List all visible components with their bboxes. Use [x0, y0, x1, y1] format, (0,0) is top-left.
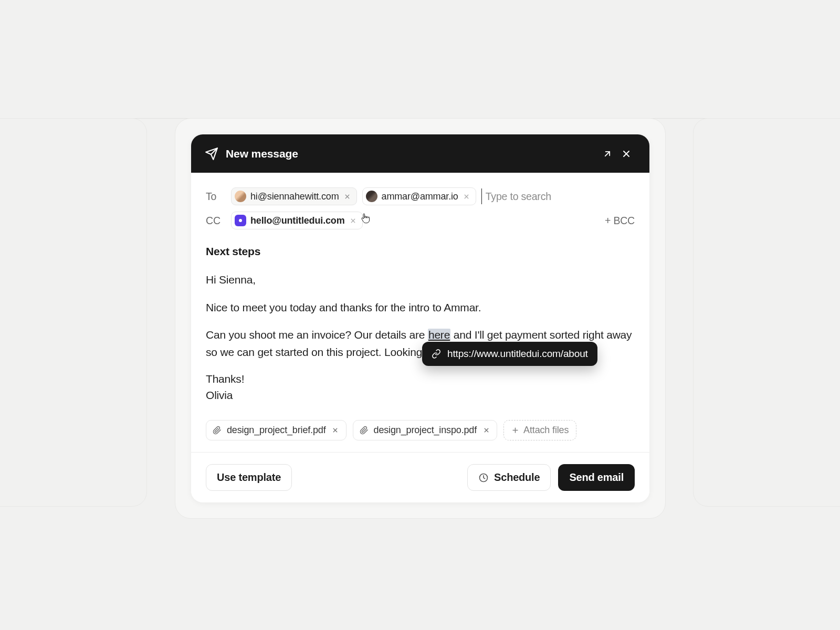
- background-card-right: [693, 118, 840, 507]
- attachment-name: design_project_brief.pdf: [227, 425, 326, 436]
- svg-point-0: [239, 219, 242, 222]
- subject-field[interactable]: Next steps: [206, 245, 635, 258]
- link-tooltip-url: https://www.untitledui.com/about: [447, 348, 588, 360]
- plus-icon: [511, 426, 519, 434]
- recipient-email: ammar@ammar.io: [382, 191, 458, 202]
- modal-title: New message: [226, 148, 298, 160]
- remove-attachment-icon[interactable]: [482, 426, 490, 435]
- recipient-search-input[interactable]: [481, 188, 586, 204]
- avatar-icon: [235, 191, 246, 202]
- attachment-chip[interactable]: design_project_inspo.pdf: [353, 420, 498, 440]
- recipient-chip[interactable]: ammar@ammar.io: [362, 187, 476, 205]
- modal-body: To hi@siennahewitt.com ammar@ammar.io: [191, 173, 649, 452]
- close-button[interactable]: [617, 144, 636, 163]
- recipient-chip[interactable]: hi@siennahewitt.com: [231, 187, 357, 205]
- send-icon: [205, 147, 218, 161]
- link-tooltip[interactable]: https://www.untitledui.com/about: [422, 342, 597, 366]
- link-icon: [432, 349, 441, 359]
- attachment-name: design_project_inspo.pdf: [374, 425, 477, 436]
- expand-button[interactable]: [598, 144, 617, 163]
- to-label: To: [206, 191, 231, 203]
- background-card-left: [0, 118, 147, 507]
- avatar-icon: [366, 191, 377, 202]
- attachment-chip[interactable]: design_project_brief.pdf: [206, 420, 346, 440]
- logo-icon: [235, 215, 246, 226]
- to-row: To hi@siennahewitt.com ammar@ammar.io: [206, 187, 635, 205]
- modal-footer: Use template Schedule Send email: [191, 452, 649, 502]
- remove-attachment-icon[interactable]: [331, 426, 340, 435]
- compose-modal: New message To hi@siennahewitt.com: [191, 134, 649, 502]
- modal-header: New message: [191, 134, 649, 173]
- use-template-button[interactable]: Use template: [206, 464, 292, 491]
- schedule-button[interactable]: Schedule: [467, 464, 551, 491]
- compose-wrapper: New message To hi@siennahewitt.com: [175, 118, 666, 519]
- paperclip-icon: [360, 426, 369, 435]
- cc-email: hello@untitledui.com: [250, 215, 345, 226]
- add-bcc-button[interactable]: + BCC: [605, 215, 635, 227]
- send-email-button[interactable]: Send email: [558, 464, 635, 491]
- clock-icon: [478, 472, 489, 483]
- remove-cc-icon[interactable]: [349, 216, 358, 225]
- attach-files-button[interactable]: Attach files: [503, 420, 576, 440]
- message-body[interactable]: Hi Sienna, Nice to meet you today and th…: [206, 271, 635, 403]
- remove-recipient-icon[interactable]: [343, 192, 352, 201]
- recipient-email: hi@siennahewitt.com: [250, 191, 339, 202]
- body-signature: Thanks! Olivia: [206, 371, 635, 403]
- cc-row: CC hello@untitledui.com + BCC: [206, 212, 635, 229]
- body-link[interactable]: here: [428, 329, 450, 341]
- remove-recipient-icon[interactable]: [463, 192, 471, 201]
- body-greeting: Hi Sienna,: [206, 271, 635, 289]
- paperclip-icon: [213, 426, 222, 435]
- cc-label: CC: [206, 215, 231, 227]
- attachments-row: design_project_brief.pdf design_project_…: [206, 420, 635, 440]
- cc-chip[interactable]: hello@untitledui.com: [231, 212, 363, 229]
- attach-files-label: Attach files: [523, 425, 569, 436]
- body-paragraph: Nice to meet you today and thanks for th…: [206, 299, 635, 317]
